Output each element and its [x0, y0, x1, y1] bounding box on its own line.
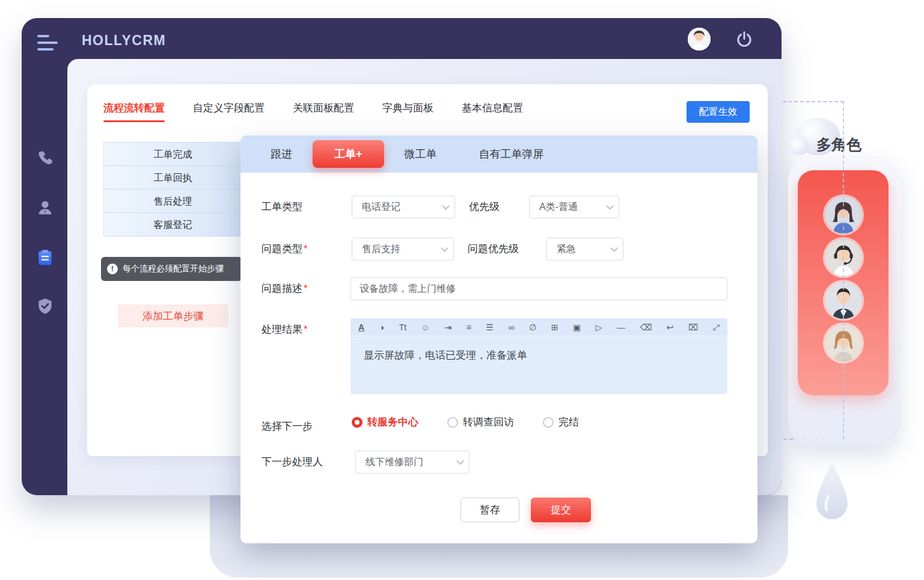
apply-config-button[interactable]: 配置生效 — [687, 101, 750, 123]
tab-flow-config[interactable]: 流程流转配置 — [103, 101, 165, 122]
sidebar-contacts-icon[interactable] — [36, 199, 54, 217]
chevron-down-icon — [610, 244, 618, 252]
tab-micro-ticket[interactable]: 微工单 — [405, 147, 437, 161]
droplet-shape — [815, 463, 849, 521]
multi-role-caption: 多角色 — [816, 135, 861, 155]
font-style-icon[interactable]: A — [358, 323, 364, 332]
save-draft-button[interactable]: 暂存 — [460, 498, 519, 522]
issue-type-select[interactable]: 售后支持 — [352, 238, 454, 261]
priority-select[interactable]: A类-普通 — [529, 196, 619, 218]
align-left-icon[interactable]: ≡ — [467, 323, 471, 332]
radio-selected-icon — [352, 417, 363, 428]
menu-icon[interactable] — [37, 35, 59, 52]
ticket-type-value: 电话登记 — [362, 201, 400, 214]
next-step-label: 选择下一步 — [262, 415, 313, 438]
font-size-icon[interactable]: Tt — [399, 323, 406, 332]
next-handler-value: 线下维修部门 — [366, 456, 423, 469]
tab-ticket-plus[interactable]: 工单+ — [313, 140, 384, 168]
next-handler-label: 下一步处理人 — [262, 451, 323, 474]
issue-priority-value: 紧急 — [557, 243, 576, 256]
tab-linked-panel[interactable]: 关联面板配置 — [293, 101, 354, 122]
indent-icon[interactable]: ⇥ — [444, 323, 451, 332]
stage: HOLLYCRM — [0, 0, 924, 580]
chevron-down-icon — [456, 457, 464, 465]
rich-text-editor: A◑Tt☺⇥≡☰∞∅⊞▣▷—⌫↩⌧⤢ 显示屏故障，电话已受理，准备派单 — [350, 318, 727, 394]
issue-type-label: 问题类型* — [262, 238, 308, 261]
table-icon[interactable]: ⊞ — [551, 323, 558, 332]
radio-to-survey-callback[interactable]: 转调查回访 — [447, 415, 514, 429]
workflow-step-list: 工单完成 工单回执 售后处理 客服登记 — [103, 142, 242, 236]
editor-toolbar: A◑Tt☺⇥≡☰∞∅⊞▣▷—⌫↩⌧⤢ — [350, 318, 727, 336]
brand-logo: HOLLYCRM — [82, 32, 166, 49]
priority-value: A类-普通 — [539, 201, 578, 214]
sidebar-workorder-icon[interactable] — [36, 248, 54, 267]
sidebar-security-icon[interactable] — [36, 297, 54, 315]
multi-role-decoration: 多角色 — [782, 54, 924, 580]
ticket-modal: 跟进 工单+ 微工单 自有工单弹屏 工单类型 电话登记 优先级 A类-普通 问题… — [240, 135, 757, 543]
radio-icon — [447, 417, 458, 428]
tab-follow-up[interactable]: 跟进 — [271, 147, 292, 161]
color-palette-icon[interactable]: ◑ — [379, 323, 384, 332]
issue-type-value: 售后支持 — [362, 243, 400, 256]
result-label: 处理结果* — [262, 318, 308, 341]
radio-icon — [543, 417, 554, 428]
list-item-ticket-complete[interactable]: 工单完成 — [103, 143, 242, 166]
modal-tabbar: 跟进 工单+ 微工单 自有工单弹屏 — [240, 135, 757, 173]
exclamation-circle-icon: ! — [107, 264, 118, 274]
cloud-shape-small — [789, 137, 809, 155]
sidebar-phone-icon[interactable] — [36, 149, 54, 167]
chevron-down-icon — [442, 202, 450, 210]
issue-priority-select[interactable]: 紧急 — [546, 238, 623, 261]
eraser-icon[interactable]: ⌫ — [640, 323, 652, 332]
chevron-down-icon — [606, 202, 614, 210]
list-item-ticket-receipt[interactable]: 工单回执 — [103, 166, 242, 190]
radio-finish[interactable]: 完结 — [543, 415, 579, 429]
tab-custom-fields[interactable]: 自定义字段配置 — [193, 101, 265, 122]
user-avatar[interactable] — [688, 28, 711, 51]
remove-link-icon[interactable]: ∅ — [529, 323, 536, 332]
list-item-aftersales[interactable]: 售后处理 — [103, 190, 242, 213]
issue-desc-input[interactable] — [350, 277, 727, 300]
undo-icon[interactable]: ↩ — [667, 323, 674, 332]
priority-label: 优先级 — [469, 196, 500, 218]
chevron-down-icon — [441, 244, 448, 252]
next-step-radios: 转服务中心 转调查回访 完结 — [352, 415, 579, 429]
power-icon[interactable] — [735, 30, 754, 49]
submit-button[interactable]: 提交 — [531, 498, 591, 522]
delete-icon[interactable]: ⌧ — [688, 323, 698, 332]
add-step-button[interactable]: 添加工单步骤 — [118, 304, 228, 327]
tab-basic-info[interactable]: 基本信息配置 — [462, 101, 523, 122]
workflow-hint-tooltip: ! 每个流程必须配置开始步骤 — [101, 257, 242, 281]
fullscreen-icon[interactable]: ⤢ — [713, 323, 720, 332]
horizontal-rule-icon[interactable]: — — [617, 323, 625, 332]
dashed-line-vertical — [843, 101, 844, 439]
next-handler-select[interactable]: 线下维修部门 — [355, 451, 470, 474]
issue-priority-label: 问题优先级 — [468, 238, 519, 261]
emoji-icon[interactable]: ☺ — [421, 323, 430, 332]
bullet-list-icon[interactable]: ☰ — [486, 323, 494, 332]
video-icon[interactable]: ▷ — [596, 323, 602, 332]
tab-own-ticket-popup[interactable]: 自有工单弹屏 — [479, 147, 544, 161]
insert-link-icon[interactable]: ∞ — [508, 323, 514, 332]
ticket-type-label: 工单类型 — [262, 196, 302, 218]
ticket-type-select[interactable]: 电话登记 — [352, 196, 455, 218]
dashed-line-top — [783, 101, 844, 102]
editor-content[interactable]: 显示屏故障，电话已受理，准备派单 — [350, 336, 727, 394]
user-avatar-image — [688, 28, 711, 51]
radio-to-service-center[interactable]: 转服务中心 — [352, 415, 418, 429]
image-icon[interactable]: ▣ — [573, 323, 581, 332]
list-item-service-register[interactable]: 客服登记 — [103, 213, 242, 236]
issue-desc-label: 问题描述* — [262, 277, 308, 300]
tooltip-text: 每个流程必须配置开始步骤 — [123, 264, 224, 274]
config-tabs: 流程流转配置 自定义字段配置 关联面板配置 字典与面板 基本信息配置 — [103, 101, 523, 122]
tab-dictionary-panel[interactable]: 字典与面板 — [382, 101, 433, 122]
